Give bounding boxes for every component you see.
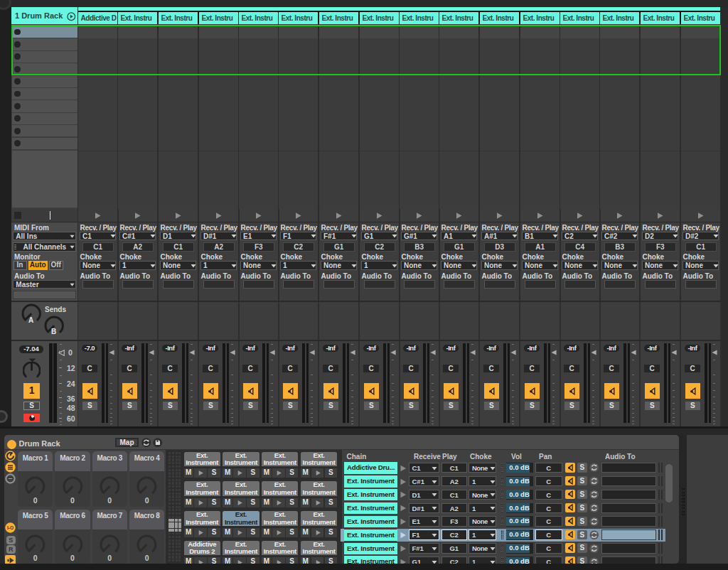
svg-text:I-O: I-O <box>7 525 14 530</box>
